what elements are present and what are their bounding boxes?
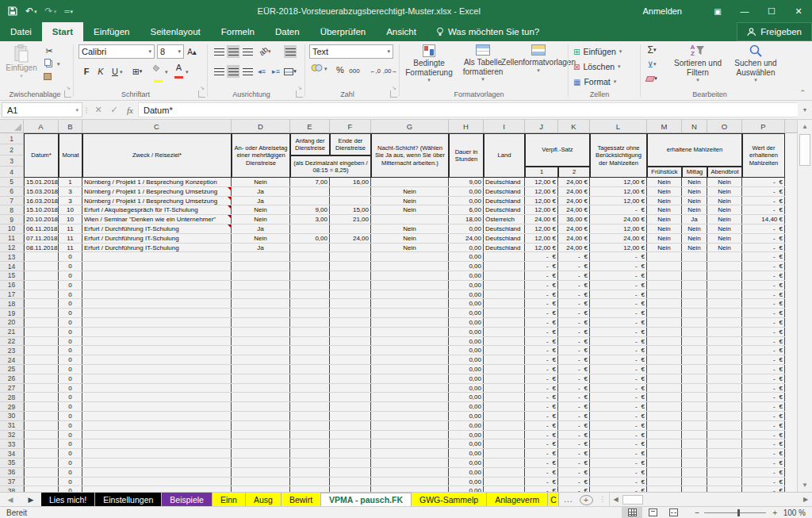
cell-G5[interactable] [371,178,449,186]
cell-J16[interactable]: -€ [525,281,558,290]
cell-G24[interactable] [371,355,449,364]
cell-F22[interactable] [330,337,371,346]
align-bottom-icon[interactable] [241,45,254,58]
cell-C18[interactable] [82,299,232,308]
cell-B24[interactable]: 0 [59,355,82,364]
cell-B35[interactable]: 0 [59,459,82,467]
italic-button[interactable]: K [94,65,107,78]
cell-L31[interactable]: -€ [590,421,647,430]
cell-K14[interactable]: -€ [558,262,590,271]
cell-I9[interactable]: Österreich [484,215,525,224]
cell-B5[interactable]: 1 [59,178,82,186]
cell-F28[interactable] [330,393,371,401]
header-cell-anfang[interactable]: Anfang der Dienstreise [290,133,330,155]
cell-E10[interactable] [290,224,330,233]
cell-B20[interactable]: 0 [59,318,82,327]
cell-A29[interactable] [24,402,59,411]
cell-F20[interactable] [330,318,371,327]
cell-K12[interactable]: 24,00 € [558,244,590,252]
row-header-27[interactable]: 27 [0,384,24,393]
cell-I27[interactable] [484,384,525,393]
cell-O10[interactable]: Nein [707,224,742,233]
delete-cells-button[interactable]: ⊠Löschen▾ [573,59,621,74]
cell-E24[interactable] [290,355,330,364]
cell-M29[interactable] [647,402,682,411]
cell-E29[interactable] [290,402,330,411]
sheet-tab-ausg[interactable]: Ausg [246,493,282,506]
cell-O14[interactable] [707,262,742,271]
cell-P19[interactable]: -€ [742,309,785,317]
cell-H19[interactable]: 0,00 [449,309,484,317]
font-color-icon[interactable]: A [174,63,184,79]
cell-J34[interactable]: -€ [525,449,558,458]
cell-F17[interactable] [330,290,371,299]
cell-K27[interactable]: -€ [558,384,590,393]
cell-P36[interactable]: -€ [742,468,785,477]
cell-M24[interactable] [647,355,682,364]
cell-M14[interactable] [647,262,682,271]
cell-I15[interactable] [484,271,525,280]
cell-K11[interactable]: 24,00 € [558,234,590,243]
row-header-23[interactable]: 23 [0,346,24,355]
cell-I24[interactable] [484,355,525,364]
column-header-O[interactable]: O [707,120,742,133]
cell-A15[interactable] [24,271,59,280]
cell-P7[interactable]: -€ [742,197,785,205]
cell-F5[interactable]: 16,00 [330,178,371,186]
cell-I12[interactable]: Deutschland [484,244,525,252]
cell-E6[interactable] [290,187,330,196]
cell-E17[interactable] [290,290,330,299]
row-header-5[interactable]: 5 [0,178,24,187]
align-right-icon[interactable] [241,65,254,78]
cell-J26[interactable]: -€ [525,374,558,383]
cell-G20[interactable] [371,318,449,327]
cell-G22[interactable] [371,337,449,346]
cell-J24[interactable]: -€ [525,355,558,364]
currency-dropdown-icon[interactable]: ▾ [324,66,327,72]
cell-D9[interactable]: Nein [232,215,290,224]
cell-M30[interactable] [647,412,682,420]
cell-F35[interactable] [330,459,371,467]
cell-I35[interactable] [484,459,525,467]
row-header-36[interactable]: 36 [0,468,24,478]
cell-O5[interactable]: Nein [707,178,742,186]
cell-I19[interactable] [484,309,525,317]
cell-P23[interactable]: -€ [742,346,785,355]
cell-C23[interactable] [82,346,232,355]
row-header-20[interactable]: 20 [0,318,24,328]
cell-F9[interactable]: 21,00 [330,215,371,224]
cell-L21[interactable]: -€ [590,328,647,336]
cell-D23[interactable] [232,346,290,355]
format-cells-button[interactable]: ▦Format▾ [573,75,616,89]
cell-O13[interactable] [707,252,742,261]
cell-O24[interactable] [707,355,742,364]
cell-O15[interactable] [707,271,742,280]
cell-P29[interactable]: -€ [742,402,785,411]
cell-H25[interactable]: 0,00 [449,365,484,374]
increase-decimal-icon[interactable]: ←,0 [369,64,381,77]
autosum-icon[interactable]: Σ▾ [645,44,658,56]
cell-B33[interactable]: 0 [59,439,82,448]
cell-G10[interactable]: Nein [371,224,449,233]
cell-N32[interactable] [682,431,707,439]
cell-D5[interactable]: Nein [232,178,290,186]
cell-F25[interactable] [330,365,371,374]
cell-J7[interactable]: 12,00 € [525,197,558,205]
cell-O30[interactable] [707,412,742,420]
cell-J38[interactable]: -€ [525,486,558,492]
cell-H32[interactable]: 0,00 [449,431,484,439]
close-icon[interactable]: ✕ [785,0,812,22]
cell-E15[interactable] [290,271,330,280]
cell-J14[interactable]: -€ [525,262,558,271]
cell-G7[interactable]: Nein [371,197,449,205]
cell-L15[interactable]: -€ [590,271,647,280]
cell-E26[interactable] [290,374,330,383]
cell-P32[interactable]: -€ [742,431,785,439]
cell-O33[interactable] [707,439,742,448]
cell-G33[interactable] [371,439,449,448]
ribbon-tab-start[interactable]: Start [42,22,83,41]
cell-L28[interactable]: -€ [590,393,647,401]
cell-G32[interactable] [371,431,449,439]
cell-P25[interactable]: -€ [742,365,785,374]
cell-E13[interactable] [290,252,330,261]
